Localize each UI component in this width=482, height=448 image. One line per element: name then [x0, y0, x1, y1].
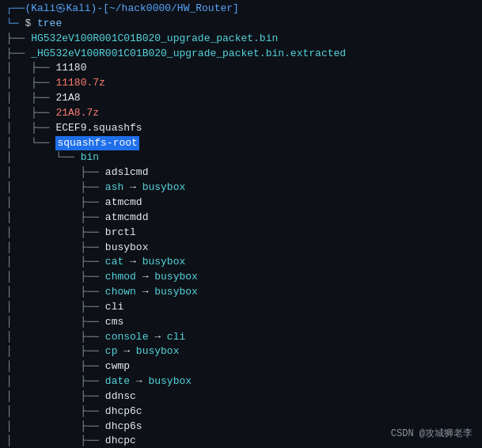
arrow: →	[123, 180, 142, 196]
file-name: dhcp6c	[105, 404, 142, 420]
tree-line-6: │ ├── 21A8.7z	[0, 106, 482, 121]
file-name: cp	[105, 344, 118, 359]
file-name: ECEF9.squashfs	[55, 121, 142, 136]
tree-line-15: │ ├── busybox	[0, 241, 482, 256]
connector: ├──	[6, 47, 31, 62]
prompt-dollar: $	[19, 17, 37, 32]
connector: │ ├──	[6, 434, 105, 448]
tree-line-1: ├── HG532eV100R001C01B020_upgrade_packet…	[0, 32, 482, 47]
connector: │ ├──	[6, 165, 105, 180]
tree-line-20: │ ├── cms	[0, 315, 482, 330]
prompt-line: ┌──(Kali㉿Kali)-[~/hack0000/HW_Router]	[0, 2, 482, 17]
file-name: cat	[105, 255, 123, 270]
connector: │ ├──	[6, 196, 105, 211]
file-name: dhcpc	[105, 434, 136, 448]
connector: │ ├──	[6, 76, 55, 91]
connector: │ └──	[6, 136, 55, 151]
tree-line-11: │ ├── ash → busybox	[0, 180, 482, 196]
connector: │ ├──	[6, 241, 105, 256]
arrow: →	[123, 255, 142, 270]
file-name: chown	[105, 285, 136, 300]
file-name-highlighted: squashfs-root	[55, 136, 139, 151]
link-target: cli	[167, 330, 185, 345]
connector: │ ├──	[6, 226, 105, 241]
tree-line-21: │ ├── console → cli	[0, 330, 482, 345]
connector: │ ├──	[6, 121, 55, 136]
file-name: cli	[105, 300, 123, 315]
file-name: atmcmdd	[105, 211, 149, 226]
file-name: console	[105, 330, 149, 345]
watermark: CSDN @攻城狮老李	[391, 427, 473, 440]
file-name: chmod	[105, 270, 136, 285]
connector: │ ├──	[6, 404, 105, 420]
connector: │ ├──	[6, 420, 105, 435]
file-name: ash	[105, 180, 123, 196]
command-line: └─ $ tree	[0, 17, 482, 32]
tree-line-17: │ ├── chmod → busybox	[0, 270, 482, 285]
file-name: atmcmd	[105, 196, 142, 211]
tree-line-14: │ ├── brctl	[0, 226, 482, 241]
tree-line-18: │ ├── chown → busybox	[0, 285, 482, 300]
connector: │ ├──	[6, 211, 105, 226]
file-name: 11180	[55, 61, 86, 76]
file-name: adslcmd	[105, 165, 149, 180]
arrow: →	[130, 374, 148, 389]
tree-line-22: │ ├── cp → busybox	[0, 344, 482, 359]
tree-line-13: │ ├── atmcmdd	[0, 211, 482, 226]
file-name: busybox	[105, 241, 149, 256]
tree-line-8: │ └── squashfs-root	[0, 136, 482, 151]
arrow: →	[117, 344, 135, 359]
file-name: HG532eV100R001C01B020_upgrade_packet.bin	[31, 32, 278, 47]
connector: │ ├──	[6, 61, 55, 76]
tree-line-24: │ ├── date → busybox	[0, 374, 482, 389]
link-target: busybox	[142, 180, 186, 196]
connector: │ ├──	[6, 389, 105, 404]
connector: │ ├──	[6, 180, 105, 196]
tree-line-25: │ ├── ddnsc	[0, 389, 482, 404]
tree-line-16: │ ├── cat → busybox	[0, 255, 482, 270]
connector: │ ├──	[6, 106, 55, 121]
file-name: _HG532eV100R001C01B020_upgrade_packet.bi…	[31, 47, 346, 62]
tree-line-3: │ ├── 11180	[0, 61, 482, 76]
connector: │ └──	[6, 150, 81, 165]
tree-line-26: │ ├── dhcp6c	[0, 404, 482, 420]
command-text: tree	[37, 17, 62, 32]
file-name: 21A8	[55, 91, 80, 106]
connector: │ ├──	[6, 330, 105, 345]
arrow: →	[136, 270, 154, 285]
file-name: cwmp	[105, 359, 130, 374]
connector: │ ├──	[6, 91, 55, 106]
file-name: brctl	[105, 226, 136, 241]
link-target: busybox	[136, 344, 180, 359]
file-name: 11180.7z	[55, 76, 104, 91]
connector: │ ├──	[6, 270, 105, 285]
file-name: date	[105, 374, 130, 389]
connector: │ ├──	[6, 359, 105, 374]
link-target: busybox	[148, 374, 192, 389]
arrow: →	[136, 285, 154, 300]
arrow: →	[148, 330, 166, 345]
link-target: busybox	[154, 270, 198, 285]
connector: │ ├──	[6, 255, 105, 270]
tree-line-23: │ ├── cwmp	[0, 359, 482, 374]
file-name: dhcp6s	[105, 420, 142, 435]
tree-line-19: │ ├── cli	[0, 300, 482, 315]
connector: │ ├──	[6, 300, 105, 315]
prompt-user: ┌──(Kali㉿Kali)-[~/hack0000/HW_Router]	[6, 2, 239, 17]
link-target: busybox	[154, 285, 198, 300]
file-name: bin	[81, 150, 99, 165]
prompt-arrow: └─	[6, 17, 19, 32]
tree-line-2: ├── _HG532eV100R001C01B020_upgrade_packe…	[0, 47, 482, 62]
tree-line-7: │ ├── ECEF9.squashfs	[0, 121, 482, 136]
tree-line-10: │ ├── adslcmd	[0, 165, 482, 180]
file-name: 21A8.7z	[55, 106, 99, 121]
terminal-window: ┌──(Kali㉿Kali)-[~/hack0000/HW_Router] └─…	[0, 0, 482, 448]
tree-line-5: │ ├── 21A8	[0, 91, 482, 106]
connector: │ ├──	[6, 285, 105, 300]
tree-line-4: │ ├── 11180.7z	[0, 76, 482, 91]
connector: │ ├──	[6, 315, 105, 330]
connector: │ ├──	[6, 374, 105, 389]
file-name: cms	[105, 315, 123, 330]
file-name: ddnsc	[105, 389, 136, 404]
connector: ├──	[6, 32, 31, 47]
